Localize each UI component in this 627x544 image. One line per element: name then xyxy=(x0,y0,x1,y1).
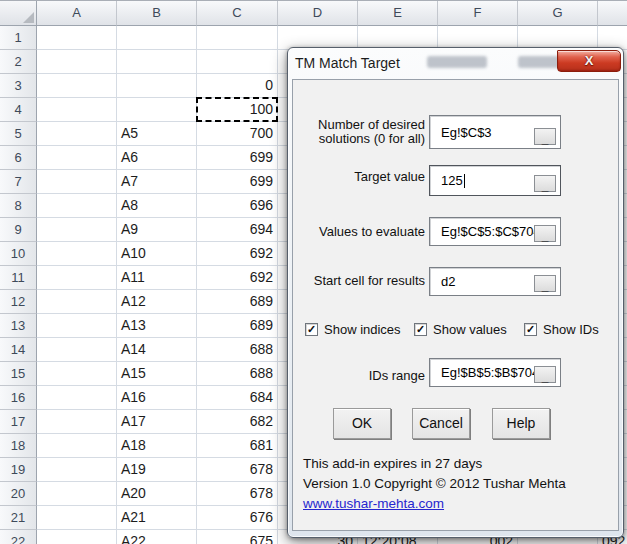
row-header-19[interactable]: 19 xyxy=(0,458,37,482)
column-header-D[interactable]: D xyxy=(278,1,358,26)
cell-B21[interactable]: A21 xyxy=(117,506,197,530)
cell-B13[interactable]: A13 xyxy=(117,314,197,338)
cell-C11[interactable]: 692 xyxy=(197,266,278,290)
cell-C20[interactable]: 678 xyxy=(197,482,278,506)
cell-A6[interactable] xyxy=(37,146,117,170)
row-header-11[interactable]: 11 xyxy=(0,266,37,290)
refedit-target-value[interactable]: 125 _ xyxy=(429,165,561,196)
cell-B12[interactable]: A12 xyxy=(117,290,197,314)
refedit-values-to-evaluate[interactable]: Eg!$C$5:$C$704 _ xyxy=(429,217,561,246)
cell-C8[interactable]: 696 xyxy=(197,194,278,218)
column-header-H[interactable] xyxy=(598,1,627,26)
cell-C17[interactable]: 682 xyxy=(197,410,278,434)
row-header-2[interactable]: 2 xyxy=(0,50,37,74)
cell-B7[interactable]: A7 xyxy=(117,170,197,194)
cell-C9[interactable]: 694 xyxy=(197,218,278,242)
cell-B6[interactable]: A6 xyxy=(117,146,197,170)
column-header-B[interactable]: B xyxy=(117,1,197,26)
cell-A15[interactable] xyxy=(37,362,117,386)
cell-A22[interactable] xyxy=(37,530,117,544)
cell-C18[interactable]: 681 xyxy=(197,434,278,458)
cell-A14[interactable] xyxy=(37,338,117,362)
cell-C2[interactable] xyxy=(197,50,278,74)
refedit-start-cell[interactable]: d2 _ xyxy=(429,267,561,296)
row-header-18[interactable]: 18 xyxy=(0,434,37,458)
website-link[interactable]: www.tushar-mehta.com xyxy=(303,496,444,511)
select-all-corner[interactable] xyxy=(0,1,37,26)
row-header-3[interactable]: 3 xyxy=(0,74,37,98)
cell-B15[interactable]: A15 xyxy=(117,362,197,386)
cell-A13[interactable] xyxy=(37,314,117,338)
cell-C19[interactable]: 678 xyxy=(197,458,278,482)
cell-C14[interactable]: 688 xyxy=(197,338,278,362)
cell-A18[interactable] xyxy=(37,434,117,458)
cancel-button[interactable]: Cancel xyxy=(412,408,470,439)
cell-C5[interactable]: 700 xyxy=(197,122,278,146)
cell-A5[interactable] xyxy=(37,122,117,146)
cell-B14[interactable]: A14 xyxy=(117,338,197,362)
row-header-7[interactable]: 7 xyxy=(0,170,37,194)
cell-A2[interactable] xyxy=(37,50,117,74)
cell-A17[interactable] xyxy=(37,410,117,434)
refedit-number-of-solutions[interactable]: Eg!$C$3 _ xyxy=(429,115,561,149)
ok-button[interactable]: OK xyxy=(333,408,391,439)
cell-A9[interactable] xyxy=(37,218,117,242)
row-header-10[interactable]: 10 xyxy=(0,242,37,266)
collapse-dialog-button[interactable]: _ xyxy=(534,366,556,383)
cell-C7[interactable]: 699 xyxy=(197,170,278,194)
cell-B10[interactable]: A10 xyxy=(117,242,197,266)
row-header-20[interactable]: 20 xyxy=(0,482,37,506)
row-header-12[interactable]: 12 xyxy=(0,290,37,314)
cell-B17[interactable]: A17 xyxy=(117,410,197,434)
row-header-22[interactable]: 22 xyxy=(0,530,37,544)
cell-B11[interactable]: A11 xyxy=(117,266,197,290)
row-header-5[interactable]: 5 xyxy=(0,122,37,146)
cell-C4[interactable]: 100 xyxy=(197,98,278,122)
cell-B18[interactable]: A18 xyxy=(117,434,197,458)
cell-A19[interactable] xyxy=(37,458,117,482)
cell-C13[interactable]: 689 xyxy=(197,314,278,338)
cell-C6[interactable]: 699 xyxy=(197,146,278,170)
row-header-14[interactable]: 14 xyxy=(0,338,37,362)
cell-B16[interactable]: A16 xyxy=(117,386,197,410)
close-button[interactable]: X xyxy=(557,50,621,72)
collapse-dialog-button[interactable]: _ xyxy=(534,128,556,145)
cell-C3[interactable]: 0 xyxy=(197,74,278,98)
row-header-6[interactable]: 6 xyxy=(0,146,37,170)
cell-B2[interactable] xyxy=(117,50,197,74)
row-header-4[interactable]: 4 xyxy=(0,98,37,122)
cell-B5[interactable]: A5 xyxy=(117,122,197,146)
cell-C15[interactable]: 688 xyxy=(197,362,278,386)
cell-B9[interactable]: A9 xyxy=(117,218,197,242)
column-header-A[interactable]: A xyxy=(37,1,117,26)
row-header-15[interactable]: 15 xyxy=(0,362,37,386)
help-button[interactable]: Help xyxy=(492,408,550,439)
row-header-17[interactable]: 17 xyxy=(0,410,37,434)
cell-C22[interactable]: 675 xyxy=(197,530,278,544)
cell-A10[interactable] xyxy=(37,242,117,266)
cell-C12[interactable]: 689 xyxy=(197,290,278,314)
refedit-ids-range[interactable]: Eg!$B$5:$B$704 _ xyxy=(429,358,561,387)
row-header-9[interactable]: 9 xyxy=(0,218,37,242)
row-header-1[interactable]: 1 xyxy=(0,26,37,50)
cell-A7[interactable] xyxy=(37,170,117,194)
row-header-21[interactable]: 21 xyxy=(0,506,37,530)
cell-C1[interactable] xyxy=(197,26,278,50)
cell-A4[interactable] xyxy=(37,98,117,122)
cell-A8[interactable] xyxy=(37,194,117,218)
dialog-titlebar[interactable]: TM Match Target X xyxy=(288,48,623,79)
cell-A21[interactable] xyxy=(37,506,117,530)
row-header-8[interactable]: 8 xyxy=(0,194,37,218)
column-header-F[interactable]: F xyxy=(438,1,518,26)
collapse-dialog-button[interactable]: _ xyxy=(534,275,556,292)
collapse-dialog-button[interactable]: _ xyxy=(534,225,556,242)
cell-B1[interactable] xyxy=(117,26,197,50)
cell-B4[interactable] xyxy=(117,98,197,122)
column-header-E[interactable]: E xyxy=(358,1,438,26)
cell-B22[interactable]: A22 xyxy=(117,530,197,544)
row-header-16[interactable]: 16 xyxy=(0,386,37,410)
row-header-13[interactable]: 13 xyxy=(0,314,37,338)
column-header-G[interactable]: G xyxy=(518,1,598,26)
cell-A12[interactable] xyxy=(37,290,117,314)
cell-B3[interactable] xyxy=(117,74,197,98)
